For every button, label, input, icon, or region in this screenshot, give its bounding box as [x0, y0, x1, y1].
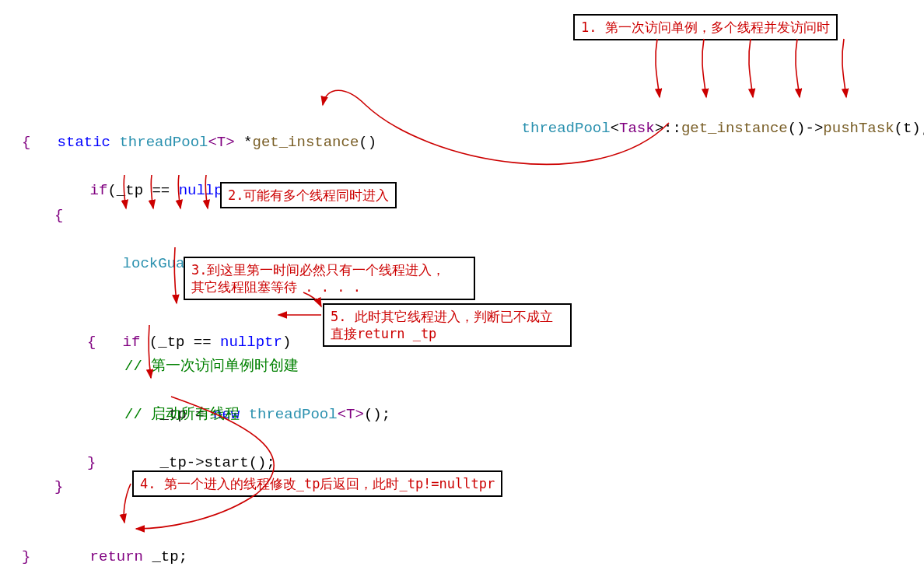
- comment-2: // 启动所有线程: [124, 403, 240, 427]
- assign-t: <T>: [338, 406, 364, 423]
- top-call-arg: t: [903, 120, 912, 137]
- kw-return: return: [90, 548, 152, 565]
- top-call-sep: ::: [663, 120, 681, 137]
- callout-3-text-b: 其它线程阻塞等待 . . . .: [191, 279, 361, 295]
- start-call: _tp->start();: [160, 454, 275, 471]
- callout-4: 4. 第一个进入的线程修改_tp后返回，此时_tp!=nulltpr: [132, 470, 502, 497]
- star: *: [235, 134, 253, 151]
- callout-2: 2.可能有多个线程同时进入: [220, 182, 397, 208]
- brace-close-2: }: [54, 475, 63, 499]
- brace-open-1: {: [22, 131, 30, 155]
- kw-if2: if: [123, 334, 149, 351]
- return-val: _tp;: [152, 548, 187, 565]
- callout-1: 1. 第一次访问单例，多个线程并发访问时: [573, 14, 838, 40]
- top-call-threadpool: threadPool: [522, 120, 611, 137]
- callout-3-text-a: 3.到这里第一时间必然只有一个线程进入，: [191, 262, 445, 278]
- kw-static: static: [58, 134, 120, 151]
- top-call-lt: <: [611, 120, 619, 137]
- top-call-gt: >: [655, 120, 663, 137]
- callout-5: 5. 此时其它线程进入，判断已不成立 直接return _tp: [323, 303, 572, 347]
- callout-5-text-a: 5. 此时其它线程进入，判断已不成立: [331, 309, 553, 324]
- callout-4-text: 4. 第一个进入的线程修改_tp后返回，此时_tp!=nulltpr: [140, 476, 495, 491]
- assign-end: ();: [364, 406, 390, 423]
- sig-paren: (): [359, 134, 376, 151]
- callout-5-text-b: 直接return _tp: [331, 326, 436, 341]
- if2-null: nullptr: [220, 334, 282, 351]
- callout-2-text: 2.可能有多个线程同时进入: [228, 187, 389, 203]
- if2-close: ): [282, 334, 291, 351]
- if2-cond: (_tp ==: [149, 334, 220, 351]
- top-call-expr: threadPool<Task>::get_instance()->pushTa…: [486, 103, 924, 154]
- code-return: return _tp;: [54, 521, 187, 577]
- if1-cond: (_tp ==: [107, 182, 178, 199]
- top-call-task: Task: [619, 120, 655, 137]
- kw-t: <T>: [208, 134, 234, 151]
- top-call-getinstance: get_instance: [681, 120, 788, 137]
- kw-threadpool: threadPool: [119, 134, 208, 151]
- brace-open-2: {: [54, 204, 63, 228]
- fn-getinstance: get_instance: [253, 134, 359, 151]
- comment-1: // 第一次访问单例时创建: [124, 355, 299, 379]
- top-call-paren: (): [788, 120, 806, 137]
- assign-type: threadPool: [249, 406, 338, 423]
- callout-3: 3.到这里第一时间必然只有一个线程进入， 其它线程阻塞等待 . . . .: [184, 257, 475, 300]
- callout-1-text: 1. 第一次访问单例，多个线程并发访问时: [581, 19, 830, 35]
- kw-if1: if: [90, 182, 108, 199]
- brace-open-3: {: [87, 330, 96, 355]
- top-call-arrow: ->: [806, 120, 824, 137]
- top-call-argclose: );: [912, 120, 924, 137]
- brace-close-1: }: [22, 545, 30, 569]
- top-call-pushtask: pushTask: [823, 120, 894, 137]
- top-call-argopen: (: [894, 120, 903, 137]
- brace-close-3: }: [87, 451, 96, 475]
- diagram-canvas: threadPool<Task>::get_instance()->pushTa…: [0, 0, 924, 577]
